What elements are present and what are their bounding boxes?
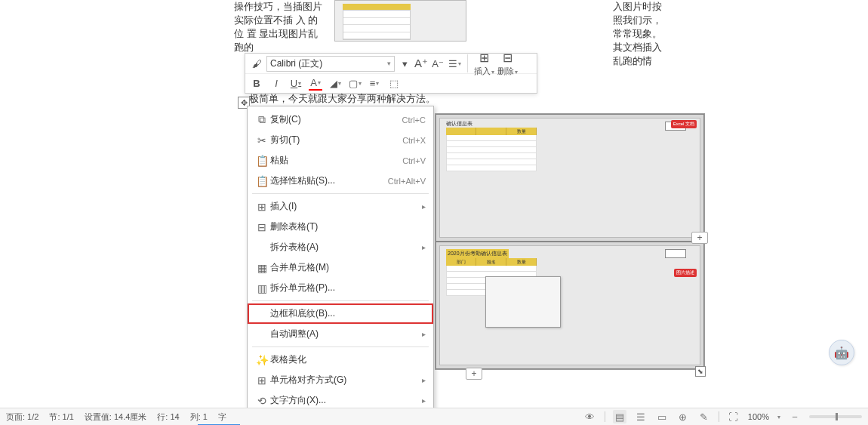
line-spacing-icon[interactable]: ☰▾ — [448, 57, 461, 70]
align-grid-icon: ⊞ — [254, 374, 270, 387]
insert-button[interactable]: ⊞ 插入▾ — [474, 51, 494, 77]
menu-merge-cells[interactable]: ▦ 合并单元格(M) — [248, 257, 433, 278]
format-painter-icon[interactable]: 🖌 — [250, 57, 263, 70]
bold-icon[interactable]: B — [250, 77, 263, 91]
zoom-out-icon[interactable]: − — [788, 410, 802, 423]
edit-icon[interactable]: ✎ — [697, 410, 711, 423]
merge-cells-icon: ▦ — [254, 262, 270, 274]
outline-view-icon[interactable]: ☰ — [634, 410, 648, 423]
mini-toolbar: 🖌 Calibri (正文)▾ ▾ A⁺ A⁻ ☰▾ ⊞ 插入▾ ⊟ 删除▾ B… — [245, 53, 537, 94]
menu-split-cells[interactable]: ▥ 拆分单元格(P)... — [248, 278, 433, 298]
highlight-icon[interactable]: ◢▾ — [328, 77, 342, 91]
text-direction-icon: ⟲ — [254, 395, 270, 407]
fit-width-icon[interactable]: ⛶ — [727, 410, 740, 423]
menu-cell-align[interactable]: ⊞ 单元格对齐方式(G) ▸ — [248, 370, 433, 390]
insert-icon: ⊞ — [479, 51, 489, 65]
italic-icon[interactable]: I — [269, 77, 283, 91]
status-row[interactable]: 行: 14 — [157, 411, 179, 423]
status-page[interactable]: 页面: 1/2 — [6, 411, 38, 423]
underline-icon[interactable]: U▾ — [289, 77, 303, 91]
menu-autofit[interactable]: 自动调整(A) ▸ — [248, 324, 433, 344]
menu-paste[interactable]: 📋 粘贴 Ctrl+V — [248, 150, 433, 171]
add-column-button[interactable]: + — [691, 232, 708, 244]
add-row-button[interactable]: + — [466, 368, 482, 380]
split-cells-icon: ▥ — [254, 282, 270, 294]
sheet-preview-2: 2020月份考勤确认信息表 部门姓名数量 图片描述 — [439, 245, 700, 365]
table-resize-handle[interactable]: ⬊ — [695, 366, 706, 377]
border-icon[interactable]: ▢▾ — [348, 77, 362, 91]
delete-table-icon: ⊟ — [254, 221, 270, 233]
font-increase-icon[interactable]: A⁺ — [414, 57, 428, 70]
merge-icon[interactable]: ⬚ — [387, 77, 401, 91]
menu-borders-shading[interactable]: 边框和底纹(B)... — [248, 303, 433, 324]
paste-special-icon: 📋 — [254, 175, 270, 187]
beautify-icon: ✨ — [254, 354, 270, 366]
doc-paragraph-mid: 极简单，今天就跟大家分享两种解决方法。 — [249, 92, 436, 106]
status-col[interactable]: 列: 1 — [190, 411, 208, 423]
menu-paste-special[interactable]: 📋 选择性粘贴(S)... Ctrl+Alt+V — [248, 171, 433, 191]
status-setval[interactable]: 设置值: 14.4厘米 — [85, 411, 147, 423]
page-view-icon[interactable]: ▤ — [613, 410, 626, 423]
menu-delete-table[interactable]: ⊟ 删除表格(T) — [248, 217, 433, 237]
doc-paragraph-right: 入图片时按照我们示，常常现象。其文档插入乱跑的情 — [613, 0, 666, 68]
font-decrease-icon[interactable]: A⁻ — [431, 57, 445, 70]
insert-table-icon: ⊞ — [254, 201, 270, 213]
embedded-table[interactable]: 确认信息表 数量 Excel 文档 2020月份考勤确认信息表 部门姓名数量 图… — [435, 113, 705, 370]
font-name-dropdown[interactable]: Calibri (正文)▾ — [266, 56, 395, 72]
font-color-icon[interactable]: A▾ — [309, 77, 322, 91]
menu-copy[interactable]: ⧉ 复制(C) Ctrl+C — [248, 109, 433, 130]
menu-table-beautify[interactable]: ✨ 表格美化 — [248, 350, 433, 370]
status-word[interactable]: 字 — [218, 411, 226, 423]
align-icon[interactable]: ≡▾ — [368, 77, 381, 91]
eye-icon[interactable]: 👁 — [583, 410, 597, 423]
delete-button[interactable]: ⊟ 删除▾ — [497, 51, 518, 77]
cut-icon: ✂ — [254, 134, 270, 146]
status-bar: 页面: 1/2 节: 1/1 设置值: 14.4厘米 行: 14 列: 1 字 … — [0, 408, 868, 425]
delete-icon: ⊟ — [503, 51, 512, 65]
decrease-font-icon[interactable]: ▾ — [398, 57, 411, 70]
sheet-preview-1: 确认信息表 数量 Excel 文档 — [439, 118, 700, 238]
copy-icon: ⧉ — [254, 113, 270, 126]
zoom-slider[interactable] — [809, 415, 862, 418]
web-view-icon[interactable]: ⊕ — [676, 410, 690, 423]
assistant-button[interactable]: 🤖 — [829, 340, 854, 365]
menu-split-table[interactable]: 拆分表格(A) ▸ — [248, 237, 433, 257]
status-section[interactable]: 节: 1/1 — [49, 411, 73, 423]
menu-insert[interactable]: ⊞ 插入(I) ▸ — [248, 196, 433, 217]
doc-paragraph-left: 操作技巧，当插图片实际位置不插 入 的 位 置 显出现图片乱跑的 — [234, 0, 325, 54]
zoom-level[interactable]: 100% — [748, 412, 769, 421]
paste-icon: 📋 — [254, 155, 270, 167]
reading-view-icon[interactable]: ▭ — [655, 410, 669, 423]
context-menu: ⧉ 复制(C) Ctrl+C ✂ 剪切(T) Ctrl+X 📋 粘贴 Ctrl+… — [247, 106, 434, 414]
menu-cut[interactable]: ✂ 剪切(T) Ctrl+X — [248, 130, 433, 150]
embedded-spreadsheet-top — [334, 0, 466, 42]
